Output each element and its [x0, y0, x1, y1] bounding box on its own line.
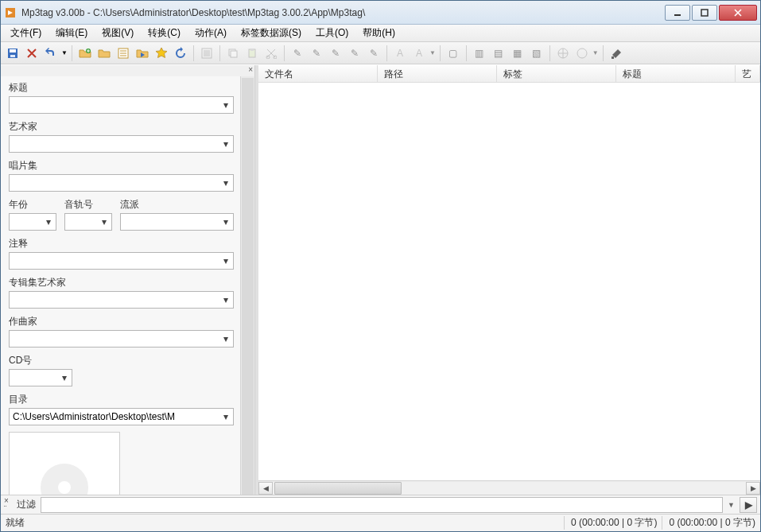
svg-rect-4 [10, 55, 15, 57]
delete-icon[interactable] [23, 45, 41, 62]
column-tag[interactable]: 标签 [497, 65, 616, 82]
year-input[interactable]: ▾ [9, 213, 56, 231]
genre-label: 流派 [120, 198, 234, 212]
file-list-hscroll[interactable]: ◀ ▶ [258, 480, 760, 495]
status-selection: 0 (00:00:00 | 0 字节) [564, 516, 658, 530]
tag-panel: 标题 ▾ 艺术家 ▾ 唱片集 ▾ 年份 ▾ [1, 76, 240, 495]
filter-input[interactable] [41, 497, 723, 513]
undo-icon[interactable] [42, 45, 60, 62]
menu-help[interactable]: 帮助(H) [356, 25, 402, 41]
directory-value: C:\Users\Administrator\Desktop\test\M [10, 411, 175, 422]
menu-bar: 文件(F) 编辑(E) 视图(V) 转换(C) 动作(A) 标签数据源(S) 工… [1, 25, 760, 42]
menu-tagsources[interactable]: 标签数据源(S) [235, 25, 308, 41]
menu-convert[interactable]: 转换(C) [142, 25, 187, 41]
album-label: 唱片集 [9, 159, 234, 173]
cut-icon[interactable] [262, 45, 280, 62]
folder-play-icon[interactable] [134, 45, 151, 62]
track-input[interactable]: ▾ [64, 213, 112, 231]
view-columns-icon[interactable]: ▥ [471, 45, 488, 62]
panel-close-icon[interactable]: × [248, 65, 253, 75]
filter-dropdown-icon[interactable]: ▼ [728, 501, 735, 509]
playlist-icon[interactable] [115, 45, 132, 62]
undo-dropdown-icon[interactable]: ▼ [61, 49, 68, 56]
column-artist[interactable]: 艺 [736, 65, 760, 82]
save-icon[interactable] [4, 45, 21, 62]
album-input[interactable]: ▾ [9, 174, 234, 192]
action-icon[interactable]: ✎ [365, 45, 382, 62]
scroll-right-icon[interactable]: ▶ [746, 482, 760, 495]
tag-panel-header: × [1, 65, 254, 76]
refresh-icon[interactable] [172, 45, 189, 62]
paste-icon[interactable] [243, 45, 261, 62]
tag-tag-icon[interactable]: ✎ [346, 45, 363, 62]
view-sort-icon[interactable]: ▦ [509, 45, 526, 62]
status-ready: 就绪 [6, 516, 564, 530]
composer-input[interactable]: ▾ [9, 330, 234, 348]
svg-point-16 [577, 49, 587, 58]
directory-label: 目录 [9, 393, 234, 406]
tag-filename-icon[interactable]: ✎ [289, 45, 306, 62]
separator [284, 45, 285, 61]
status-bar: 就绪 0 (00:00:00 | 0 字节) 0 (00:00:00 | 0 字… [1, 514, 760, 531]
copy-icon[interactable] [224, 45, 242, 62]
view-list-icon[interactable]: ▤ [490, 45, 507, 62]
scroll-left-icon[interactable]: ◀ [258, 482, 273, 495]
title-bar: Mp3tag v3.00b - C:\Users\Administrator\D… [1, 1, 760, 25]
separator [193, 45, 194, 61]
tag-panel-scrollbar[interactable] [240, 76, 254, 495]
globe-icon[interactable] [554, 45, 572, 62]
filter-close-icon[interactable]: ×¨ [4, 496, 12, 514]
status-total: 0 (00:00:00 | 0 字节) [662, 516, 755, 530]
column-filename[interactable]: 文件名 [258, 65, 378, 82]
folder-add-icon[interactable] [76, 45, 94, 62]
menu-view[interactable]: 视图(V) [95, 25, 140, 41]
comment-input[interactable]: ▾ [9, 252, 234, 270]
menu-tools[interactable]: 工具(O) [309, 25, 355, 41]
svg-rect-8 [204, 50, 210, 56]
title-input[interactable]: ▾ [9, 96, 234, 114]
title-label: 标题 [9, 81, 234, 95]
separator [219, 45, 220, 61]
maximize-button[interactable] [692, 5, 717, 21]
filter-apply-button[interactable]: ▶ [740, 497, 757, 513]
menu-file[interactable]: 文件(F) [4, 25, 48, 41]
directory-input[interactable]: C:\Users\Administrator\Desktop\test\M▾ [9, 408, 234, 425]
filename-tag-icon[interactable]: ✎ [308, 45, 325, 62]
comment-label: 注释 [9, 237, 234, 250]
column-title[interactable]: 标题 [616, 65, 736, 82]
column-path[interactable]: 路径 [378, 65, 497, 82]
album-art-box[interactable] [9, 432, 120, 495]
svg-rect-12 [250, 49, 254, 51]
globe2-icon[interactable] [573, 45, 591, 62]
genre-input[interactable]: ▾ [120, 213, 234, 231]
file-list-header: 文件名 路径 标签 标题 艺 [258, 65, 760, 83]
sources-dropdown-icon[interactable]: ▼ [592, 49, 599, 56]
select-all-icon[interactable] [198, 45, 215, 62]
discno-input[interactable]: ▾ [9, 369, 72, 386]
filter-bar: ×¨ 过滤 ▼ ▶ [1, 495, 760, 514]
menu-actions[interactable]: 动作(A) [188, 25, 233, 41]
toolbar: ▼ ✎ ✎ ✎ ✎ ✎ A A ▼ ▢ ▥ ▤ ▦ ▧ ▼ [1, 42, 760, 64]
folder-open-icon[interactable] [95, 45, 113, 62]
file-list[interactable] [258, 83, 760, 480]
window-title: Mp3tag v3.00b - C:\Users\Administrator\D… [21, 7, 663, 18]
svg-rect-0 [674, 14, 681, 16]
svg-rect-10 [231, 51, 237, 57]
albumartist-input[interactable]: ▾ [9, 291, 234, 309]
separator [72, 45, 72, 61]
close-button[interactable] [719, 5, 757, 21]
text-tag-icon[interactable]: ✎ [327, 45, 344, 62]
separator [549, 45, 550, 61]
menu-edit[interactable]: 编辑(E) [49, 25, 94, 41]
settings-icon[interactable] [608, 45, 625, 62]
export-icon[interactable]: ▢ [445, 45, 462, 62]
favorite-icon[interactable] [153, 45, 170, 62]
actions-dropdown-icon[interactable]: ▼ [429, 49, 436, 56]
separator [386, 45, 387, 61]
action-quick-icon[interactable]: A [410, 45, 428, 62]
artist-input[interactable]: ▾ [9, 135, 234, 153]
hscroll-thumb[interactable] [274, 482, 402, 495]
view-filter-icon[interactable]: ▧ [528, 45, 546, 62]
autonumber-icon[interactable]: A [391, 45, 409, 62]
minimize-button[interactable] [665, 5, 690, 21]
